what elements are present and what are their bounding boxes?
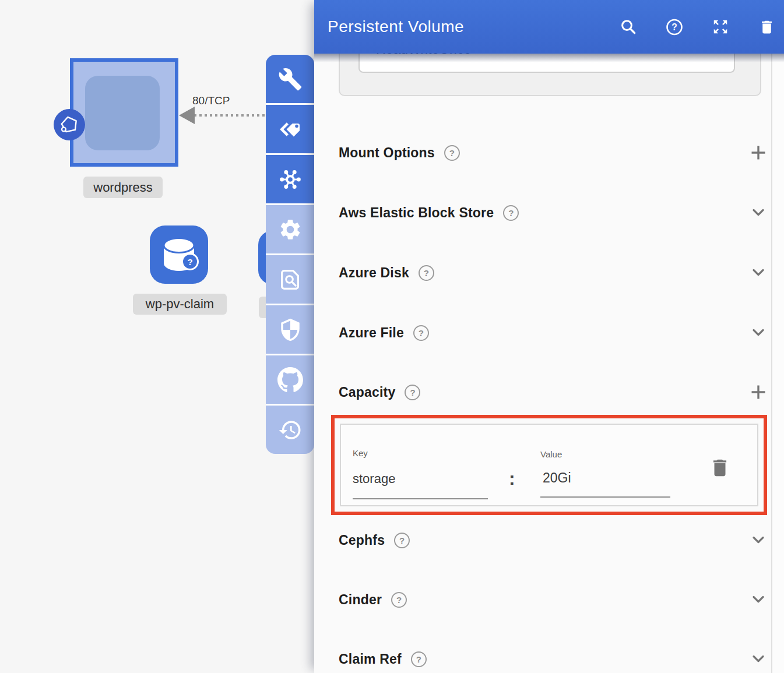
chevron-down-icon [750, 205, 767, 221]
section-mount-options: Mount Options ? [339, 138, 770, 168]
hub-network-icon [277, 166, 304, 193]
capacity-key-value-card: Key storage : Value 20Gi [340, 424, 758, 506]
section-title: Cephfs [339, 533, 385, 548]
expand-claim-ref-button[interactable] [750, 650, 767, 668]
shield-icon [278, 318, 303, 342]
toolbar-security-button[interactable] [266, 305, 314, 354]
fullscreen-expand-icon [712, 18, 729, 36]
key-value-separator: : [509, 468, 515, 489]
section-cephfs: Cephfs ? [339, 525, 770, 555]
expand-azure-disk-button[interactable] [750, 264, 767, 281]
trash-icon [709, 457, 731, 479]
expand-cephfs-button[interactable] [750, 531, 767, 549]
chevron-down-icon [750, 651, 767, 667]
toolbar-settings-button[interactable] [266, 205, 314, 253]
section-cinder: Cinder ? [339, 584, 770, 615]
section-azure-file: Azure File ? [339, 318, 770, 348]
help-circle-icon[interactable]: ? [391, 592, 407, 608]
section-title: Aws Elastic Block Store [339, 205, 494, 221]
trash-icon [758, 19, 775, 36]
section-capacity: Capacity ? [339, 377, 770, 407]
pvc-question-badge: ? [181, 253, 199, 270]
delete-capacity-entry-button[interactable] [708, 456, 732, 480]
help-circle-icon[interactable]: ? [411, 651, 427, 667]
help-circle-icon[interactable]: ? [419, 265, 434, 281]
section-title: Claim Ref [339, 651, 402, 667]
section-azure-disk: Azure Disk ? [339, 258, 770, 288]
pod-inner-square [85, 76, 160, 150]
toolbar-history-button[interactable] [266, 406, 314, 454]
help-circle-icon[interactable]: ? [405, 385, 420, 400]
expand-azure-file-button[interactable] [750, 324, 767, 341]
help-button[interactable]: ? [666, 18, 683, 36]
help-circle-icon[interactable]: ? [394, 533, 410, 548]
key-input-underline [353, 498, 488, 499]
header-actions: ? [620, 18, 775, 36]
wrench-icon [278, 67, 303, 91]
chevron-down-icon [750, 532, 767, 548]
add-capacity-button[interactable] [750, 383, 767, 401]
section-title: Mount Options [339, 145, 435, 161]
toolbar-github-button[interactable] [266, 355, 314, 404]
key-input[interactable]: storage [353, 471, 395, 487]
help-icon: ? [666, 18, 683, 36]
tag-icon [277, 117, 303, 142]
section-title: Azure Disk [339, 265, 409, 281]
panel-title: Persistent Volume [328, 17, 464, 36]
value-input[interactable]: 20Gi [543, 470, 571, 486]
document-search-icon [277, 266, 304, 293]
delete-resource-button[interactable] [758, 18, 775, 36]
persistent-volume-panel: ReadWriteOnce Persistent Volume ? [314, 0, 784, 673]
value-field-label: Value [540, 449, 562, 459]
key-field-label: Key [353, 448, 368, 458]
edge-arrowhead-icon [179, 107, 195, 124]
chevron-down-icon [750, 325, 767, 341]
panel-scroll-gutter[interactable] [771, 54, 784, 673]
search-icon [620, 18, 637, 36]
edge-port-label: 80/TCP [192, 94, 230, 107]
help-circle-icon[interactable]: ? [503, 205, 519, 221]
toolbar-network-button[interactable] [266, 155, 314, 203]
plus-icon [750, 144, 767, 161]
diagram-toolbar [266, 55, 314, 454]
section-title: Azure File [339, 325, 404, 341]
expand-aws-ebs-button[interactable] [750, 204, 767, 221]
section-title: Cinder [339, 592, 382, 608]
toolbar-build-button[interactable] [266, 55, 314, 103]
plus-icon [750, 383, 767, 401]
github-icon [277, 367, 303, 393]
toolbar-inspect-button[interactable] [266, 255, 314, 304]
history-restore-icon [278, 418, 303, 442]
node-wordpress-deployment[interactable] [70, 58, 178, 167]
panel-header: Persistent Volume ? [314, 0, 784, 54]
help-circle-icon[interactable]: ? [413, 325, 429, 341]
section-aws-ebs: Aws Elastic Block Store ? [339, 198, 770, 228]
chevron-down-icon [750, 591, 767, 608]
gear-icon [278, 217, 303, 242]
search-button[interactable] [620, 18, 637, 36]
node-label-wordpress: wordpress [83, 177, 163, 198]
expand-cinder-button[interactable] [750, 591, 767, 608]
node-label-wp-pv-claim: wp-pv-claim [133, 294, 227, 315]
section-title: Capacity [339, 385, 395, 400]
node-wp-pv-claim[interactable]: ? [150, 225, 208, 284]
pod-badge [54, 109, 85, 140]
pentagon-pod-icon [58, 113, 81, 136]
fullscreen-button[interactable] [712, 18, 729, 36]
add-mount-options-button[interactable] [750, 144, 767, 161]
help-circle-icon[interactable]: ? [444, 145, 460, 161]
chevron-down-icon [750, 265, 767, 281]
toolbar-labels-button[interactable] [266, 105, 314, 153]
value-input-underline [540, 496, 670, 498]
svg-text:?: ? [672, 22, 677, 32]
section-claim-ref: Claim Ref ? [339, 644, 770, 673]
